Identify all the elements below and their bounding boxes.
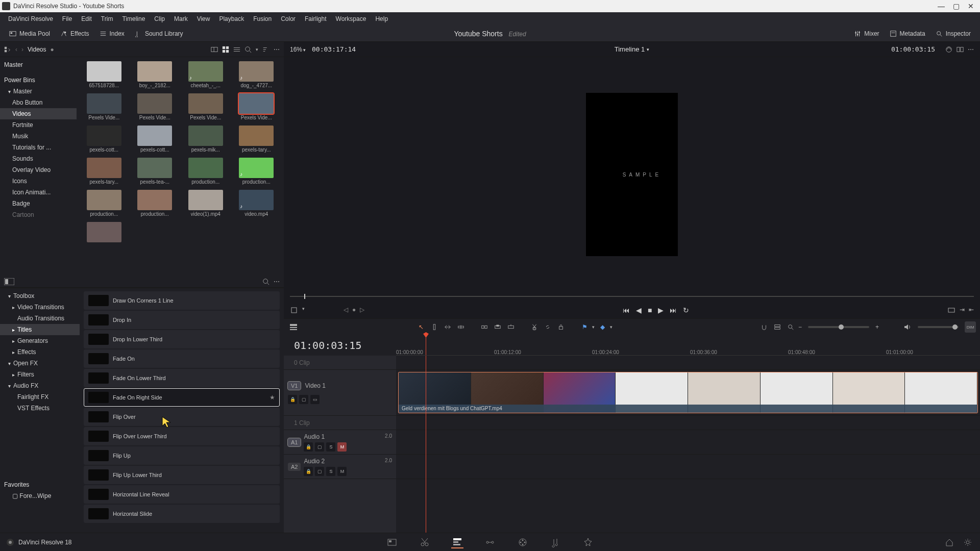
- timeline-name[interactable]: Timeline 1: [615, 45, 645, 53]
- razor-tool[interactable]: [529, 321, 540, 333]
- a1-solo[interactable]: S: [326, 442, 335, 452]
- first-frame-button[interactable]: ⏮: [623, 306, 630, 314]
- timeline-timecode[interactable]: 01:00:03:15: [284, 335, 396, 356]
- flag-dropdown[interactable]: ▾: [592, 324, 595, 330]
- page-fusion[interactable]: [484, 536, 496, 548]
- match-frame-icon[interactable]: [947, 306, 955, 314]
- bin-dropdown-icon[interactable]: [4, 46, 11, 53]
- menu-mark[interactable]: Mark: [170, 13, 192, 24]
- media-clip[interactable]: boy_-_2182...: [132, 61, 179, 88]
- page-cut[interactable]: [419, 536, 431, 548]
- tree-fortnite[interactable]: Fortnite: [0, 119, 77, 131]
- breadcrumb[interactable]: Videos: [28, 46, 46, 53]
- effect-item[interactable]: Fade On Right Side★: [84, 388, 280, 407]
- effect-item[interactable]: Flip Up Lower Third: [84, 466, 280, 484]
- a1-mute[interactable]: M: [337, 442, 347, 452]
- marker-tool[interactable]: ◆: [597, 321, 608, 333]
- menu-fusion[interactable]: Fusion: [249, 13, 276, 24]
- sort-icon[interactable]: [262, 46, 270, 53]
- media-clip[interactable]: video(1).mp4: [182, 190, 229, 217]
- menu-playback[interactable]: Playback: [215, 13, 248, 24]
- home-button[interactable]: [943, 536, 955, 548]
- zoom-to-fit[interactable]: [785, 321, 796, 333]
- effect-item[interactable]: Fade On: [84, 349, 280, 368]
- next-edit-icon[interactable]: ▷: [360, 306, 364, 314]
- timeline-ruler[interactable]: 01:00:00:0001:00:12:0001:00:24:0001:00:3…: [396, 335, 980, 356]
- menu-trim[interactable]: Trim: [97, 13, 117, 24]
- trim-tool[interactable]: [429, 321, 440, 333]
- cat-generators[interactable]: ▸Generators: [0, 335, 80, 346]
- a2-mute[interactable]: M: [337, 467, 347, 476]
- effect-item[interactable]: Drop In: [84, 311, 280, 329]
- overwrite-tool[interactable]: [492, 321, 503, 333]
- cat-audio-trans[interactable]: Audio Transitions: [0, 313, 80, 324]
- media-clip[interactable]: pexels-mik...: [182, 126, 229, 153]
- replace-tool[interactable]: [505, 321, 517, 333]
- transform-dropdown[interactable]: ▾: [302, 306, 305, 314]
- stop-button[interactable]: ■: [648, 306, 652, 314]
- viewer-canvas[interactable]: SAMPLE: [284, 57, 980, 292]
- cat-video-trans[interactable]: ▸Video Transitions: [0, 302, 80, 313]
- tree-badge[interactable]: Badge: [0, 198, 77, 209]
- effect-item[interactable]: Flip Over Lower Third: [84, 427, 280, 445]
- menu-timeline[interactable]: Timeline: [118, 13, 149, 24]
- timeline-view-options[interactable]: [288, 321, 299, 333]
- effect-item[interactable]: Fade On Lower Third: [84, 369, 280, 387]
- media-clip[interactable]: production...: [182, 158, 229, 185]
- settings-button[interactable]: [962, 536, 974, 548]
- v1-badge[interactable]: V1: [288, 382, 301, 390]
- maximize-button[interactable]: ▢: [953, 2, 960, 10]
- selection-tool[interactable]: ↖: [415, 321, 427, 333]
- video-clip[interactable]: Geld verdienen mit Blogs und ChatGPT.mp4: [398, 372, 978, 413]
- goto-out-icon[interactable]: ⇤: [969, 306, 974, 314]
- track-v1-header[interactable]: V1 Video 1 🔒 ▢ ▭: [284, 370, 396, 416]
- viewer-menu[interactable]: ⋯: [968, 46, 974, 53]
- marker-dropdown[interactable]: ▾: [610, 324, 612, 330]
- dual-viewer-icon[interactable]: [957, 46, 964, 53]
- media-clip[interactable]: pexels-tary...: [233, 126, 280, 153]
- media-clip[interactable]: pexels-cott...: [81, 126, 128, 153]
- media-clip[interactable]: 657518728...: [81, 61, 128, 88]
- loop-button[interactable]: ↻: [683, 306, 689, 314]
- nav-back[interactable]: ‹: [15, 46, 17, 53]
- media-clip[interactable]: pexels-tary...: [81, 158, 128, 185]
- a2-autoselect[interactable]: ▢: [315, 467, 324, 476]
- viewer-scrubber[interactable]: [284, 292, 980, 302]
- snap-tool[interactable]: [758, 321, 770, 333]
- cat-filters[interactable]: ▸Filters: [0, 369, 80, 380]
- track-a2-header[interactable]: A2 Audio 22.0 🔒 ▢ S M: [284, 455, 396, 479]
- page-color[interactable]: [517, 536, 529, 548]
- effects-toggle[interactable]: Effects: [55, 28, 94, 39]
- play-reverse-button[interactable]: ◀: [636, 306, 642, 314]
- view-metadata-icon[interactable]: [211, 46, 218, 53]
- media-clip[interactable]: [81, 222, 128, 242]
- mixer-toggle[interactable]: Mixer: [849, 28, 884, 39]
- dim-button[interactable]: DIM: [965, 321, 976, 333]
- bypass-icon[interactable]: [945, 46, 952, 53]
- view-thumb-icon[interactable]: [222, 46, 229, 53]
- cat-titles[interactable]: ▸Titles: [0, 324, 80, 335]
- effects-menu[interactable]: ⋯: [274, 278, 280, 285]
- transform-mode-icon[interactable]: [290, 306, 298, 314]
- dynamic-trim-tool[interactable]: [442, 321, 453, 333]
- media-clip[interactable]: production...: [81, 190, 128, 217]
- zoom-out[interactable]: −: [798, 323, 802, 331]
- cat-effects[interactable]: ▸Effects: [0, 346, 80, 358]
- menu-help[interactable]: Help: [371, 13, 392, 24]
- media-clip[interactable]: ♪production...: [233, 158, 280, 185]
- media-clip[interactable]: pexels-tea-...: [132, 158, 179, 185]
- linked-move-tool[interactable]: [772, 321, 783, 333]
- page-media[interactable]: [386, 536, 398, 548]
- a2-lock[interactable]: 🔒: [304, 467, 313, 476]
- v1-autoselect[interactable]: ▢: [299, 395, 308, 404]
- effects-search-icon[interactable]: [262, 278, 270, 285]
- menu-clip[interactable]: Clip: [150, 13, 169, 24]
- inspector-toggle[interactable]: Inspector: [930, 28, 976, 39]
- timeline-dropdown-icon[interactable]: ▾: [647, 47, 649, 52]
- lock-tool[interactable]: [555, 321, 567, 333]
- goto-in-icon[interactable]: ⇥: [960, 306, 965, 314]
- page-edit[interactable]: [451, 536, 463, 548]
- last-frame-button[interactable]: ⏭: [670, 306, 677, 314]
- toolbox-header[interactable]: ▾Toolbox: [0, 290, 80, 302]
- menu-edit[interactable]: Edit: [77, 13, 96, 24]
